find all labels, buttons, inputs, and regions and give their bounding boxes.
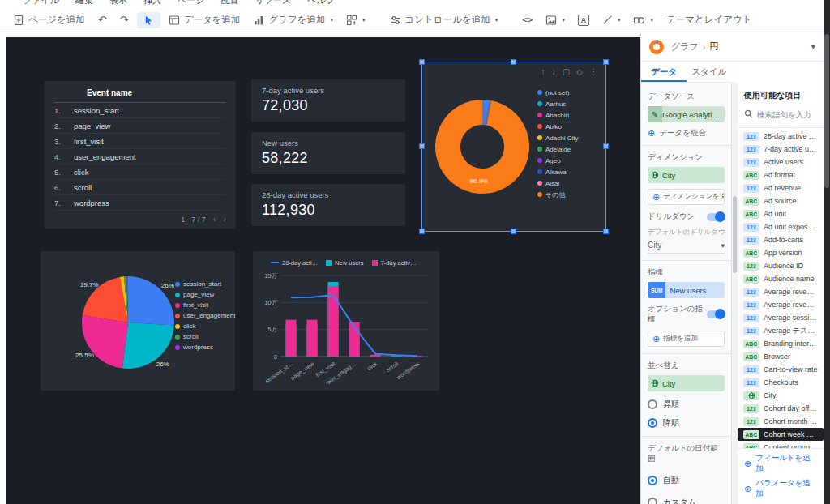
send-backward-icon[interactable]: ↓ [552, 68, 556, 76]
add-dimension-button[interactable]: ⊕ ディメンションを追加 [648, 189, 725, 205]
legend-item[interactable]: page_view [175, 289, 236, 300]
menu-item[interactable]: ヘルプ [307, 0, 335, 6]
line-tool-button[interactable]: ▾ [597, 12, 626, 28]
field-item[interactable]: 123Cart-to-view rate [738, 363, 824, 376]
combo-chart-svg[interactable]: 05万10万15万session_st…page_viewfirst_visit… [259, 269, 433, 384]
chart-slice[interactable] [82, 315, 128, 368]
embed-button[interactable]: <> [517, 12, 537, 28]
radio-icon[interactable] [648, 418, 657, 428]
table-row[interactable]: 2.page_view [54, 118, 226, 134]
event-table-chart[interactable]: Event name 1.session_start2.page_view3.f… [45, 81, 236, 229]
legend-item[interactable]: Adachi City [537, 132, 578, 143]
undo-button[interactable]: ↶ [93, 12, 112, 28]
drilldown-toggle[interactable] [707, 213, 725, 221]
field-item[interactable]: 1237-day active users [738, 143, 824, 156]
scorecard-28day-active-users[interactable]: 28-day active users 112,930 [251, 184, 405, 226]
legend-item[interactable]: Aarhus [537, 98, 578, 109]
optional-metrics-toggle[interactable] [707, 310, 725, 318]
table-row[interactable]: 5.click [54, 164, 226, 180]
field-item[interactable]: ABCAd unit [738, 207, 824, 220]
legend-item[interactable]: scroll [175, 331, 236, 342]
chart-bar[interactable] [328, 286, 339, 357]
add-metric-button[interactable]: ⊕ 指標を追加 [648, 331, 725, 347]
drilldown-select[interactable]: City ▾ [648, 241, 725, 254]
add-chart-button[interactable]: グラフを追加 ▾ [248, 11, 338, 28]
city-donut-chart[interactable]: ↑ ↓ ▢ ◇ ⋮ 96.9% (not set)AarhusAbashiriA… [421, 62, 606, 232]
selection-handle-e[interactable] [603, 143, 609, 149]
legend-item[interactable]: 28-day acti… [271, 258, 318, 267]
page-next-icon[interactable]: › [223, 215, 226, 224]
menu-item[interactable]: ページ [178, 0, 205, 6]
legend-item[interactable]: 7-day activ… [372, 258, 417, 267]
field-item[interactable]: 123Ad unit exposure [738, 220, 824, 233]
table-row[interactable]: 3.first_visit [54, 134, 226, 149]
page-scrollbar[interactable] [824, 0, 830, 504]
field-item[interactable]: ABCBranding interest [738, 337, 824, 350]
add-control-button[interactable]: コントロールを追加 ▾ [385, 11, 503, 28]
scrollbar-thumb[interactable] [733, 196, 737, 273]
legend-item[interactable]: Aisai [537, 177, 578, 189]
image-tool-button[interactable]: ▾ [541, 12, 570, 28]
legend-item[interactable]: (not set) [537, 87, 578, 98]
legend-item[interactable]: Adelaide [537, 143, 578, 155]
chart-bar[interactable] [307, 320, 318, 357]
field-item[interactable]: 123Average revenue per ... [738, 285, 824, 298]
legend-item[interactable]: New users [326, 258, 363, 267]
legend-item[interactable]: Aikawa [537, 166, 578, 177]
data-source-chip[interactable]: ✎ Google Analytics 4 [648, 106, 725, 122]
field-item[interactable]: ABCApp version [738, 246, 824, 259]
radio-icon[interactable] [648, 476, 657, 485]
table-row[interactable]: 7.wordpress [54, 195, 226, 211]
tab-data[interactable]: データ [641, 62, 687, 82]
legend-item[interactable]: Abashiri [537, 109, 578, 121]
bring-forward-icon[interactable]: ↑ [541, 68, 545, 76]
shape-tool-button[interactable]: ▾ [628, 12, 658, 28]
sort-chip[interactable]: City [648, 375, 725, 391]
menu-item[interactable]: リソース [255, 0, 292, 6]
radio-icon[interactable] [648, 498, 657, 504]
field-item[interactable]: 12328-day active users [738, 130, 824, 143]
field-item[interactable]: ABCCohort week offset [738, 428, 824, 441]
selection-handle-w[interactable] [419, 143, 425, 149]
scorecard-new-users[interactable]: New users 58,222 [251, 132, 405, 174]
add-community-viz-button[interactable]: ▾ [341, 12, 370, 28]
add-field-button[interactable]: ⊕ フィールドを追加 [744, 453, 817, 474]
table-row[interactable]: 4.user_engagement [54, 149, 226, 164]
field-item[interactable]: 123Cohort day offset [738, 402, 824, 415]
menu-item[interactable]: 挿入 [143, 0, 161, 6]
date-range-auto-option[interactable]: 自動 [648, 475, 725, 486]
menu-item[interactable]: 編集 [75, 0, 93, 6]
radio-icon[interactable] [648, 399, 657, 409]
legend-item[interactable]: wordpress [175, 342, 236, 352]
theme-layout-button[interactable]: テーマとレイアウト [661, 11, 757, 28]
legend-item[interactable]: Abiko [537, 121, 578, 132]
select-tool-button[interactable] [137, 12, 160, 28]
field-item[interactable]: 123Average テスト 2 [738, 324, 824, 337]
legend-item[interactable]: session_start [175, 279, 236, 289]
field-item[interactable]: 123Cohort month offset [738, 415, 824, 428]
selection-handle-s[interactable] [511, 229, 516, 234]
field-item[interactable]: ABCAd format [738, 169, 824, 182]
legend-item[interactable]: user_engagement [175, 310, 236, 321]
field-item[interactable]: City [738, 389, 824, 402]
pie-chart-svg[interactable]: 26%26%25.5%19.7% [41, 254, 175, 387]
redo-button[interactable]: ↷ [115, 12, 134, 28]
duplicate-icon[interactable]: ▢ [563, 68, 570, 76]
field-item[interactable]: ABCAd source [738, 194, 824, 207]
report-canvas[interactable]: Event name 1.session_start2.page_view3.f… [6, 37, 640, 504]
add-data-button[interactable]: データを追加 [164, 11, 246, 28]
field-item[interactable]: ABCAudience name [738, 272, 824, 285]
metric-chip[interactable]: SUM New users [648, 282, 725, 298]
field-item[interactable]: 123Ad revenue [738, 182, 824, 194]
selection-handle-ne[interactable] [603, 59, 609, 65]
donut-chart-svg[interactable]: 96.9% [424, 66, 541, 229]
text-tool-button[interactable]: A [573, 12, 594, 28]
sort-ascending-option[interactable]: 昇順 [648, 399, 725, 410]
field-item[interactable]: 123Average revenue per ... [738, 298, 824, 311]
field-item[interactable]: ABCBrowser [738, 350, 824, 363]
panel-scrollbar[interactable] [732, 83, 738, 504]
legend-item[interactable]: first_visit [175, 300, 236, 310]
blend-data-button[interactable]: ⊕ データを統合 [648, 128, 725, 139]
table-row[interactable]: 1.session_start [54, 103, 226, 118]
menu-item[interactable]: 配置 [221, 0, 239, 6]
